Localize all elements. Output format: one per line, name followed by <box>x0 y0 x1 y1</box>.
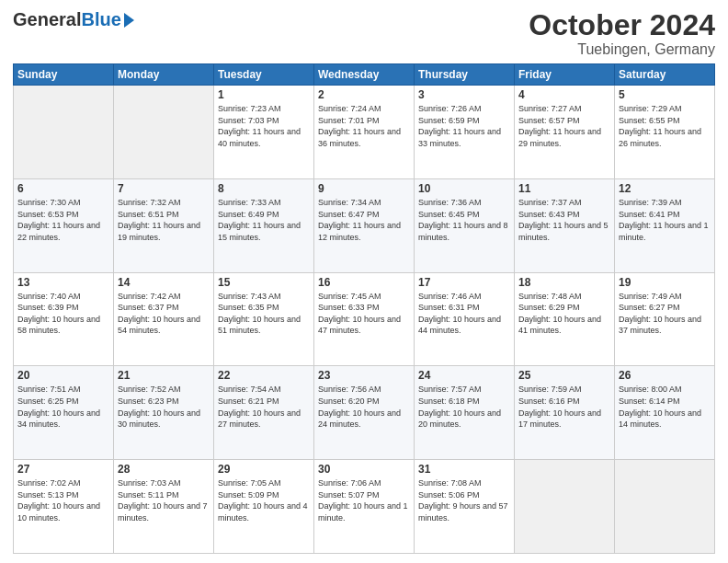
day-info: Sunrise: 7:29 AMSunset: 6:55 PMDaylight:… <box>619 103 711 149</box>
day-info: Sunrise: 7:40 AMSunset: 6:39 PMDaylight:… <box>17 291 109 337</box>
day-cell: 6Sunrise: 7:30 AMSunset: 6:53 PMDaylight… <box>14 178 114 272</box>
day-number: 21 <box>118 369 210 382</box>
day-number: 18 <box>518 276 610 289</box>
header-row: SundayMondayTuesdayWednesdayThursdayFrid… <box>14 64 715 86</box>
day-number: 7 <box>118 182 210 195</box>
day-info: Sunrise: 7:59 AMSunset: 6:16 PMDaylight:… <box>518 384 610 430</box>
day-number: 1 <box>218 88 310 101</box>
day-cell: 23Sunrise: 7:56 AMSunset: 6:20 PMDayligh… <box>314 366 415 460</box>
day-info: Sunrise: 8:00 AMSunset: 6:14 PMDaylight:… <box>619 384 711 430</box>
day-info: Sunrise: 7:54 AMSunset: 6:21 PMDaylight:… <box>218 384 310 430</box>
day-cell: 15Sunrise: 7:43 AMSunset: 6:35 PMDayligh… <box>214 272 314 366</box>
day-info: Sunrise: 7:52 AMSunset: 6:23 PMDaylight:… <box>118 384 210 430</box>
day-cell: 18Sunrise: 7:48 AMSunset: 6:29 PMDayligh… <box>515 272 615 366</box>
week-row-4: 27Sunrise: 7:02 AMSunset: 5:13 PMDayligh… <box>14 460 715 554</box>
day-number: 22 <box>218 369 310 382</box>
day-number: 15 <box>218 276 310 289</box>
day-number: 3 <box>418 88 510 101</box>
day-info: Sunrise: 7:24 AMSunset: 7:01 PMDaylight:… <box>318 103 410 149</box>
day-info: Sunrise: 7:45 AMSunset: 6:33 PMDaylight:… <box>318 291 410 337</box>
day-number: 31 <box>418 463 510 476</box>
day-info: Sunrise: 7:49 AMSunset: 6:27 PMDaylight:… <box>619 291 711 337</box>
day-info: Sunrise: 7:39 AMSunset: 6:41 PMDaylight:… <box>619 197 711 243</box>
day-cell: 2Sunrise: 7:24 AMSunset: 7:01 PMDaylight… <box>314 86 415 179</box>
day-info: Sunrise: 7:57 AMSunset: 6:18 PMDaylight:… <box>418 384 510 430</box>
day-info: Sunrise: 7:42 AMSunset: 6:37 PMDaylight:… <box>118 291 210 337</box>
day-cell: 30Sunrise: 7:06 AMSunset: 5:07 PMDayligh… <box>314 460 415 554</box>
day-info: Sunrise: 7:48 AMSunset: 6:29 PMDaylight:… <box>518 291 610 337</box>
day-cell: 8Sunrise: 7:33 AMSunset: 6:49 PMDaylight… <box>214 178 314 272</box>
logo-text: GeneralBlue <box>13 9 134 30</box>
day-cell: 29Sunrise: 7:05 AMSunset: 5:09 PMDayligh… <box>214 460 314 554</box>
col-header-tuesday: Tuesday <box>214 64 314 86</box>
day-cell <box>615 460 715 554</box>
day-cell: 14Sunrise: 7:42 AMSunset: 6:37 PMDayligh… <box>114 272 214 366</box>
day-info: Sunrise: 7:06 AMSunset: 5:07 PMDaylight:… <box>318 477 410 523</box>
title-block: October 2024 Tuebingen, Germany <box>529 9 715 58</box>
day-cell <box>14 86 114 179</box>
day-info: Sunrise: 7:26 AMSunset: 6:59 PMDaylight:… <box>418 103 510 149</box>
day-cell: 21Sunrise: 7:52 AMSunset: 6:23 PMDayligh… <box>114 366 214 460</box>
day-cell: 22Sunrise: 7:54 AMSunset: 6:21 PMDayligh… <box>214 366 314 460</box>
day-cell <box>114 86 214 179</box>
day-info: Sunrise: 7:05 AMSunset: 5:09 PMDaylight:… <box>218 477 310 523</box>
day-cell: 3Sunrise: 7:26 AMSunset: 6:59 PMDaylight… <box>415 86 515 179</box>
day-number: 2 <box>318 88 410 101</box>
day-number: 14 <box>118 276 210 289</box>
page-title: October 2024 <box>529 9 715 41</box>
day-number: 8 <box>218 182 310 195</box>
day-number: 10 <box>418 182 510 195</box>
day-number: 27 <box>17 463 109 476</box>
day-cell: 17Sunrise: 7:46 AMSunset: 6:31 PMDayligh… <box>415 272 515 366</box>
day-number: 11 <box>518 182 610 195</box>
day-number: 25 <box>518 369 610 382</box>
day-number: 26 <box>619 369 711 382</box>
day-number: 13 <box>17 276 109 289</box>
logo: GeneralBlue <box>13 9 134 30</box>
day-cell: 11Sunrise: 7:37 AMSunset: 6:43 PMDayligh… <box>515 178 615 272</box>
day-number: 12 <box>619 182 711 195</box>
day-number: 5 <box>619 88 711 101</box>
day-number: 16 <box>318 276 410 289</box>
day-number: 24 <box>418 369 510 382</box>
day-info: Sunrise: 7:30 AMSunset: 6:53 PMDaylight:… <box>17 197 109 243</box>
day-number: 28 <box>118 463 210 476</box>
day-cell: 27Sunrise: 7:02 AMSunset: 5:13 PMDayligh… <box>14 460 114 554</box>
day-cell: 1Sunrise: 7:23 AMSunset: 7:03 PMDaylight… <box>214 86 314 179</box>
day-info: Sunrise: 7:02 AMSunset: 5:13 PMDaylight:… <box>17 477 109 523</box>
day-info: Sunrise: 7:03 AMSunset: 5:11 PMDaylight:… <box>118 477 210 523</box>
week-row-0: 1Sunrise: 7:23 AMSunset: 7:03 PMDaylight… <box>14 86 715 179</box>
day-number: 4 <box>518 88 610 101</box>
week-row-1: 6Sunrise: 7:30 AMSunset: 6:53 PMDaylight… <box>14 178 715 272</box>
day-cell: 10Sunrise: 7:36 AMSunset: 6:45 PMDayligh… <box>415 178 515 272</box>
day-cell: 24Sunrise: 7:57 AMSunset: 6:18 PMDayligh… <box>415 366 515 460</box>
day-number: 9 <box>318 182 410 195</box>
day-cell: 7Sunrise: 7:32 AMSunset: 6:51 PMDaylight… <box>114 178 214 272</box>
day-info: Sunrise: 7:46 AMSunset: 6:31 PMDaylight:… <box>418 291 510 337</box>
day-info: Sunrise: 7:33 AMSunset: 6:49 PMDaylight:… <box>218 197 310 243</box>
logo-general: General <box>13 9 81 30</box>
day-cell <box>515 460 615 554</box>
day-number: 20 <box>17 369 109 382</box>
logo-blue: Blue <box>81 9 120 30</box>
day-cell: 26Sunrise: 8:00 AMSunset: 6:14 PMDayligh… <box>615 366 715 460</box>
day-cell: 19Sunrise: 7:49 AMSunset: 6:27 PMDayligh… <box>615 272 715 366</box>
col-header-thursday: Thursday <box>415 64 515 86</box>
page-subtitle: Tuebingen, Germany <box>529 41 715 58</box>
day-number: 17 <box>418 276 510 289</box>
col-header-monday: Monday <box>114 64 214 86</box>
week-row-2: 13Sunrise: 7:40 AMSunset: 6:39 PMDayligh… <box>14 272 715 366</box>
col-header-friday: Friday <box>515 64 615 86</box>
day-info: Sunrise: 7:08 AMSunset: 5:06 PMDaylight:… <box>418 477 510 523</box>
day-info: Sunrise: 7:51 AMSunset: 6:25 PMDaylight:… <box>17 384 109 430</box>
day-info: Sunrise: 7:56 AMSunset: 6:20 PMDaylight:… <box>318 384 410 430</box>
day-cell: 20Sunrise: 7:51 AMSunset: 6:25 PMDayligh… <box>14 366 114 460</box>
week-row-3: 20Sunrise: 7:51 AMSunset: 6:25 PMDayligh… <box>14 366 715 460</box>
day-info: Sunrise: 7:34 AMSunset: 6:47 PMDaylight:… <box>318 197 410 243</box>
day-info: Sunrise: 7:23 AMSunset: 7:03 PMDaylight:… <box>218 103 310 149</box>
day-cell: 5Sunrise: 7:29 AMSunset: 6:55 PMDaylight… <box>615 86 715 179</box>
day-number: 19 <box>619 276 711 289</box>
day-info: Sunrise: 7:32 AMSunset: 6:51 PMDaylight:… <box>118 197 210 243</box>
day-cell: 9Sunrise: 7:34 AMSunset: 6:47 PMDaylight… <box>314 178 415 272</box>
day-cell: 25Sunrise: 7:59 AMSunset: 6:16 PMDayligh… <box>515 366 615 460</box>
